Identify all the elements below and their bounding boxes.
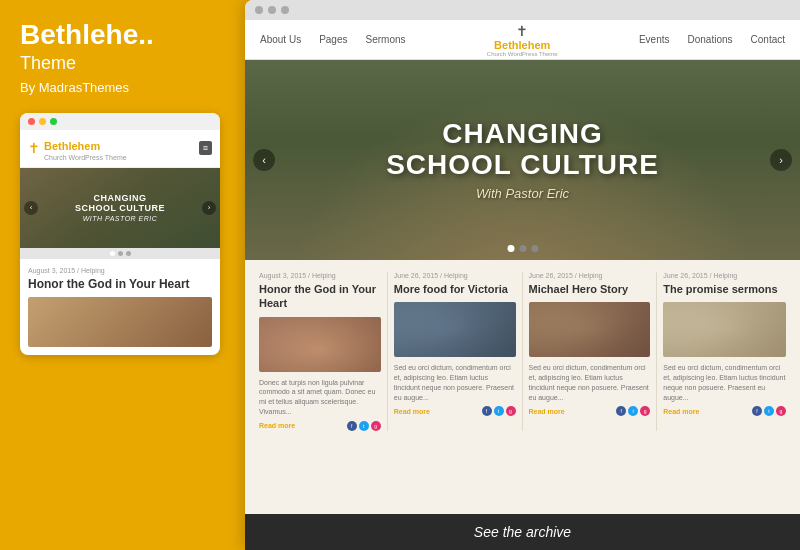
social-icon-4[interactable]: f: [482, 406, 492, 416]
post-1-read-more[interactable]: Read more: [259, 422, 295, 429]
post-1-footer: Read more f t g: [259, 421, 381, 431]
social-icon-2[interactable]: t: [359, 421, 369, 431]
mobile-hamburger-icon[interactable]: ≡: [199, 141, 212, 155]
theme-title: Bethlehe..: [20, 20, 225, 51]
hero-dot-3: [531, 245, 538, 252]
nav-donations[interactable]: Donations: [688, 34, 733, 45]
mobile-dot-red: [28, 118, 35, 125]
social-icon-5[interactable]: t: [494, 406, 504, 416]
mobile-hero-dot-3: [126, 251, 131, 256]
hero-prev-arrow[interactable]: ‹: [253, 149, 275, 171]
post-3-read-more[interactable]: Read more: [529, 408, 565, 415]
mobile-cross-icon: ✝: [28, 140, 40, 156]
mobile-post: August 3, 2015 / Helping Honor the God i…: [20, 259, 220, 356]
post-card-3: June 26, 2015 / Helping Michael Hero Sto…: [523, 272, 658, 431]
post-2-read-more[interactable]: Read more: [394, 408, 430, 415]
post-4-footer: Read more f t g: [663, 406, 786, 416]
post-4-read-more[interactable]: Read more: [663, 408, 699, 415]
mobile-logo-text: Bethlehem: [44, 140, 100, 152]
mobile-hero-dot-1: [110, 251, 115, 256]
post-3-footer: Read more f t g: [529, 406, 651, 416]
social-icon-1[interactable]: f: [347, 421, 357, 431]
left-panel: Bethlehe.. Theme By MadrasThemes ✝ Bethl…: [0, 0, 245, 550]
post-3-title: Michael Hero Story: [529, 282, 651, 296]
post-4-social: f t g: [752, 406, 786, 416]
titlebar-dot-3: [281, 6, 289, 14]
titlebar-dot-2: [268, 6, 276, 14]
post-1-title: Honor the God in Your Heart: [259, 282, 381, 311]
post-4-title: The promise sermons: [663, 282, 786, 296]
mobile-post-image: [28, 297, 212, 347]
archive-bar: See the archive: [245, 514, 800, 550]
social-icon-7[interactable]: f: [616, 406, 626, 416]
post-3-social: f t g: [616, 406, 650, 416]
hero-content: CHANGINGSCHOOL CULTURE With Pastor Eric: [386, 119, 659, 201]
mobile-logo: ✝ Bethlehem Church WordPress Theme: [28, 136, 127, 161]
theme-subtitle: Theme: [20, 53, 225, 74]
post-2-title: More food for Victoria: [394, 282, 516, 296]
post-2-desc: Sed eu orci dictum, condimentum orci et,…: [394, 363, 516, 402]
nav-about[interactable]: About Us: [260, 34, 301, 45]
nav-cross-icon: ✝: [516, 23, 528, 39]
hero-dot-1: [507, 245, 514, 252]
nav-contact[interactable]: Contact: [751, 34, 785, 45]
social-icon-3[interactable]: g: [371, 421, 381, 431]
post-3-meta: June 26, 2015 / Helping: [529, 272, 651, 279]
mobile-hero: ‹ › CHANGINGSCHOOL CULTUREWith Pastor Er…: [20, 168, 220, 248]
mobile-post-title: Honor the God in Your Heart: [28, 277, 212, 293]
post-4-desc: Sed eu orci dictum, condimentum orci et,…: [663, 363, 786, 402]
mobile-nav: ✝ Bethlehem Church WordPress Theme ≡: [20, 130, 220, 168]
post-1-meta: August 3, 2015 / Helping: [259, 272, 381, 279]
desktop-titlebar: [245, 0, 800, 20]
mobile-hero-dots: [20, 248, 220, 259]
mobile-titlebar-dots: [20, 113, 220, 130]
post-3-image: [529, 302, 651, 357]
post-4-image: [663, 302, 786, 357]
mobile-dot-yellow: [39, 118, 46, 125]
hero-main-title: CHANGINGSCHOOL CULTURE: [386, 119, 659, 181]
mobile-dot-green: [50, 118, 57, 125]
nav-events[interactable]: Events: [639, 34, 670, 45]
social-icon-8[interactable]: t: [628, 406, 638, 416]
nav-logo-brand: Bethlehem: [494, 39, 550, 51]
mobile-hero-arrows: ‹ ›: [20, 201, 220, 215]
nav-pages[interactable]: Pages: [319, 34, 347, 45]
nav-left-items: About Us Pages Sermons: [260, 34, 406, 45]
social-icon-10[interactable]: f: [752, 406, 762, 416]
social-icon-6[interactable]: g: [506, 406, 516, 416]
mobile-next-arrow[interactable]: ›: [202, 201, 216, 215]
desktop-hero: ‹ CHANGINGSCHOOL CULTURE With Pastor Eri…: [245, 60, 800, 260]
post-card-1: August 3, 2015 / Helping Honor the God i…: [253, 272, 388, 431]
post-2-footer: Read more f t g: [394, 406, 516, 416]
theme-author: By MadrasThemes: [20, 80, 225, 95]
hero-dots: [507, 245, 538, 252]
post-1-image: [259, 317, 381, 372]
post-card-4: June 26, 2015 / Helping The promise serm…: [657, 272, 792, 431]
nav-sermons[interactable]: Sermons: [366, 34, 406, 45]
desktop-nav: About Us Pages Sermons ✝ Bethlehem Churc…: [245, 20, 800, 60]
mobile-prev-arrow[interactable]: ‹: [24, 201, 38, 215]
nav-logo-tagline: Church WordPress Theme: [487, 51, 558, 57]
social-icon-11[interactable]: t: [764, 406, 774, 416]
post-1-desc: Donec at turpis non ligula pulvinar comm…: [259, 378, 381, 417]
post-1-social: f t g: [347, 421, 381, 431]
nav-right-items: Events Donations Contact: [639, 34, 785, 45]
post-2-social: f t g: [482, 406, 516, 416]
hero-next-arrow[interactable]: ›: [770, 149, 792, 171]
titlebar-dot-1: [255, 6, 263, 14]
post-card-2: June 26, 2015 / Helping More food for Vi…: [388, 272, 523, 431]
post-4-meta: June 26, 2015 / Helping: [663, 272, 786, 279]
post-2-meta: June 26, 2015 / Helping: [394, 272, 516, 279]
mobile-post-meta: August 3, 2015 / Helping: [28, 267, 212, 274]
hero-dot-2: [519, 245, 526, 252]
posts-grid: August 3, 2015 / Helping Honor the God i…: [245, 260, 800, 431]
social-icon-9[interactable]: g: [640, 406, 650, 416]
mobile-preview: ✝ Bethlehem Church WordPress Theme ≡ ‹ ›…: [20, 113, 220, 356]
hero-subtitle: With Pastor Eric: [386, 186, 659, 201]
archive-text[interactable]: See the archive: [474, 524, 571, 540]
nav-logo: ✝ Bethlehem Church WordPress Theme: [487, 23, 558, 57]
post-2-image: [394, 302, 516, 357]
social-icon-12[interactable]: g: [776, 406, 786, 416]
desktop-preview: About Us Pages Sermons ✝ Bethlehem Churc…: [245, 0, 800, 550]
mobile-logo-sub: Church WordPress Theme: [44, 154, 127, 161]
